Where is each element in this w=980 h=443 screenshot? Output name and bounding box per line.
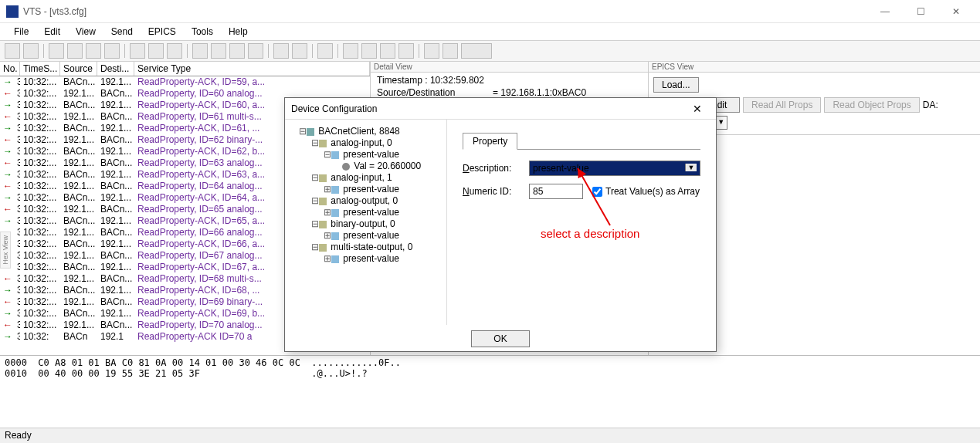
- toolbar-button[interactable]: [361, 43, 377, 59]
- col-no[interactable]: No.: [0, 62, 20, 76]
- menu-file[interactable]: File: [6, 25, 36, 39]
- toolbar-button[interactable]: [23, 43, 39, 59]
- toolbar-button[interactable]: [49, 43, 64, 59]
- toolbar-button[interactable]: [5, 43, 20, 59]
- tree-node[interactable]: ⊞ present-value: [288, 230, 443, 242]
- menu-edit[interactable]: Edit: [36, 25, 68, 39]
- hex-view-pane[interactable]: 0000 C0 A8 01 01 BA C0 81 0A 00 14 01 00…: [0, 355, 980, 429]
- numeric-id-label: Numeric ID:: [463, 186, 529, 197]
- tree-node[interactable]: ⊟ BACnetClient, 8848: [288, 126, 443, 137]
- toolbar: [0, 40, 980, 62]
- toolbar-button[interactable]: [443, 43, 458, 59]
- toolbar-button[interactable]: [292, 43, 307, 59]
- toolbar-button[interactable]: [248, 43, 263, 59]
- hex-view-tab[interactable]: Hex View: [0, 232, 11, 269]
- maximize-button[interactable]: ☐: [903, 0, 938, 23]
- device-configuration-dialog: Device Configuration ✕ ⊟ BACnetClient, 8…: [284, 97, 717, 352]
- packet-row[interactable]: →3...10:32:...BACn...192.1...ReadPropert…: [0, 76, 370, 88]
- menu-send[interactable]: Send: [103, 25, 141, 39]
- toolbar-button[interactable]: [343, 43, 358, 59]
- dialog-close-button[interactable]: ✕: [685, 103, 710, 115]
- load-button[interactable]: Load...: [653, 77, 699, 93]
- col-destination[interactable]: Desti...: [97, 62, 134, 76]
- detail-view-title: Detail View: [371, 62, 648, 73]
- window-title: VTS - [vts3.cfg]: [23, 6, 867, 17]
- treat-as-array-checkbox-input[interactable]: [592, 187, 602, 197]
- toolbar-button[interactable]: [148, 43, 164, 59]
- tree-node[interactable]: ⊟ analog-input, 1: [288, 172, 443, 184]
- status-bar: Ready: [0, 428, 980, 443]
- menubar: File Edit View Send EPICS Tools Help: [0, 23, 980, 40]
- toolbar-button[interactable]: [424, 43, 439, 59]
- toolbar-button[interactable]: [229, 43, 245, 59]
- app-icon: [6, 5, 19, 18]
- toolbar-dropdown[interactable]: [461, 43, 492, 59]
- property-tab[interactable]: Property: [463, 133, 517, 150]
- minimize-button[interactable]: ―: [867, 0, 903, 23]
- tree-node[interactable]: ⊟ analog-input, 0: [288, 137, 443, 149]
- toolbar-button[interactable]: [380, 43, 395, 59]
- description-combo[interactable]: present-value: [529, 161, 700, 176]
- toolbar-button[interactable]: [398, 43, 414, 59]
- detail-timestamp: Timestamp : 10:32:59.802: [377, 74, 642, 86]
- device-tree[interactable]: ⊟ BACnetClient, 8848⊟ analog-input, 0⊟ p…: [285, 120, 447, 325]
- menu-help[interactable]: Help: [221, 25, 256, 39]
- tree-node[interactable]: Val = 20.660000: [288, 161, 443, 172]
- dialog-title: Device Configuration: [291, 103, 685, 114]
- toolbar-button[interactable]: [211, 43, 226, 59]
- ok-button[interactable]: OK: [471, 330, 529, 347]
- menu-view[interactable]: View: [68, 25, 103, 39]
- tree-node[interactable]: ⊞ present-value: [288, 253, 443, 265]
- col-timestamp[interactable]: TimeS...: [20, 62, 60, 76]
- tree-node[interactable]: ⊟ multi-state-output, 0: [288, 242, 443, 253]
- toolbar-button[interactable]: [67, 43, 83, 59]
- annotation-text: select a description: [541, 227, 639, 240]
- tree-node[interactable]: ⊞ present-value: [288, 207, 443, 218]
- numeric-id-input[interactable]: 85: [529, 184, 583, 199]
- tree-node[interactable]: ⊟ present-value: [288, 149, 443, 161]
- titlebar: VTS - [vts3.cfg] ― ☐ ✕: [0, 0, 980, 23]
- toolbar-button[interactable]: [104, 43, 120, 59]
- tree-node[interactable]: ⊞ present-value: [288, 184, 443, 195]
- description-label: Description:: [463, 163, 529, 174]
- col-service-type[interactable]: Service Type: [134, 62, 370, 76]
- toolbar-button[interactable]: [317, 43, 333, 59]
- read-object-props-button[interactable]: Read Object Props: [824, 97, 919, 113]
- menu-tools[interactable]: Tools: [184, 25, 221, 39]
- treat-as-array-checkbox[interactable]: Treat Value(s) as Array: [592, 186, 700, 197]
- menu-epics[interactable]: EPICS: [141, 25, 184, 39]
- read-all-props-button[interactable]: Read All Props: [743, 97, 821, 113]
- close-button[interactable]: ✕: [938, 0, 974, 23]
- packet-list-header: No. TimeS... Source Desti... Service Typ…: [0, 62, 370, 76]
- toolbar-button[interactable]: [130, 43, 145, 59]
- col-source[interactable]: Source: [60, 62, 97, 76]
- epics-view-title: EPICS View: [649, 62, 980, 73]
- toolbar-button[interactable]: [167, 43, 182, 59]
- toolbar-button[interactable]: [86, 43, 101, 59]
- toolbar-button[interactable]: [192, 43, 208, 59]
- tree-node[interactable]: ⊟ binary-output, 0: [288, 218, 443, 230]
- da-label: DA:: [923, 100, 938, 110]
- toolbar-button[interactable]: [273, 43, 289, 59]
- tree-node[interactable]: ⊟ analog-output, 0: [288, 195, 443, 207]
